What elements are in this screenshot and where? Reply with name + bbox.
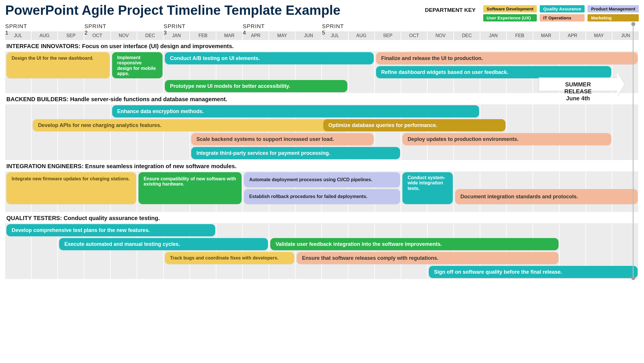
milestone-summer-release: SUMMER RELEASE June 4th: [539, 77, 618, 91]
page-title: PowerPoint Agile Project Timeline Templa…: [5, 3, 340, 18]
sprint-row: SPRINT 1 SPRINT 2 SPRINT 3 SPRINT 4 SPRI…: [5, 23, 639, 31]
bar: Execute automated and manual testing cyc…: [59, 238, 268, 250]
month: MAY: [586, 31, 612, 40]
lane-integration-pad: [5, 205, 639, 212]
month: OCT: [401, 31, 428, 40]
bar: Integrate new firmware updates for charg…: [6, 172, 136, 204]
key-product-mgmt: Product Management: [588, 5, 639, 12]
milestone-line: RELEASE: [544, 88, 612, 95]
bar: Develop APIs for new charging analytics …: [33, 119, 347, 131]
key-ux: User Experience (UX): [483, 14, 537, 21]
department-key: DEPARTMENT KEY Software Development User…: [425, 5, 639, 21]
month: MAR: [216, 31, 243, 40]
timeline: SPRINT 1 SPRINT 2 SPRINT 3 SPRINT 4 SPRI…: [5, 23, 639, 279]
key-qa: Quality Assurance: [540, 5, 585, 12]
month: MAR: [533, 31, 560, 40]
month: NOV: [111, 31, 137, 40]
month: SEP: [375, 31, 401, 40]
month: JUN: [612, 31, 639, 40]
lane-qa-2: Sign off on software quality before the …: [5, 265, 639, 279]
bar: Develop comprehensive test plans for the…: [6, 224, 215, 236]
section-title-qa: QUALITY TESTERS: Conduct quality assuran…: [5, 212, 639, 223]
bar: Document integration standards and proto…: [455, 189, 638, 204]
month: APR: [560, 31, 586, 40]
bar: Implement responsive design for mobile a…: [112, 52, 163, 78]
milestone-line: SUMMER: [544, 81, 612, 88]
bar: Conduct A/B testing on UI elements.: [165, 52, 374, 64]
bar: Refine dashboard widgets based on user f…: [376, 66, 611, 78]
bar: Track bugs and coordinate fixes with dev…: [165, 252, 295, 264]
bar: Enhance data encryption methods.: [112, 105, 479, 117]
section-title-integration: INTEGRATION ENGINEERS: Ensure seamless i…: [5, 160, 639, 171]
key-it-ops: IT Operations: [540, 14, 585, 21]
month: SEP: [58, 31, 84, 40]
month: DEC: [454, 31, 480, 40]
key-label: DEPARTMENT KEY: [425, 7, 476, 13]
month: AUG: [32, 31, 58, 40]
bar: Validate user feedback integration into …: [270, 238, 558, 250]
lane-integration: Integrate new firmware updates for charg…: [5, 171, 639, 205]
bar: Deploy updates to production environment…: [402, 133, 611, 145]
month: JUN: [295, 31, 322, 40]
bar: Prototype new UI models for better acces…: [165, 80, 347, 92]
sprint-4: SPRINT 4: [243, 23, 269, 36]
lane-backend: Enhance data encryption methods. Develop…: [5, 104, 639, 146]
month: FEB: [507, 31, 533, 40]
bar: Sign off on software quality before the …: [429, 266, 638, 278]
section-title-backend: BACKEND BUILDERS: Handle server-side fun…: [5, 93, 639, 104]
lane-qa: Develop comprehensive test plans for the…: [5, 223, 639, 265]
sprint-1: SPRINT 1: [5, 23, 32, 36]
bar: Integrate third-party services for payme…: [191, 147, 400, 159]
milestone-line: June 4th: [544, 95, 612, 102]
lane-backend-2: Integrate third-party services for payme…: [5, 146, 639, 160]
lane-interface: Design the UI for the new dashboard. Imp…: [5, 51, 639, 93]
key-marketing: Marketing: [588, 14, 639, 21]
sprint-2: SPRINT 2: [84, 23, 111, 36]
bar: Establish rollback procedures for failed…: [244, 189, 400, 204]
month: FEB: [190, 31, 216, 40]
month: NOV: [428, 31, 454, 40]
month: JAN: [480, 31, 507, 40]
bar: Ensure that software releases comply wit…: [297, 252, 558, 264]
bar: Automate deployment processes using CI/C…: [244, 172, 400, 187]
month: MAY: [269, 31, 295, 40]
key-software-dev: Software Development: [483, 5, 537, 12]
bar: Ensure compatibility of new software wit…: [138, 172, 242, 204]
section-title-interface: INTERFACE INNOVATORS: Focus on user inte…: [5, 40, 639, 51]
sprint-5: SPRINT 5: [322, 23, 349, 36]
bar: Design the UI for the new dashboard.: [6, 52, 110, 78]
month: AUG: [349, 31, 375, 40]
sprint-3: SPRINT 3: [164, 23, 190, 36]
bar: Finalize and release the UI to productio…: [376, 52, 638, 64]
bar: Conduct system-wide integration tests.: [402, 172, 453, 204]
month: DEC: [137, 31, 164, 40]
bar: Scale backend systems to support increas…: [191, 133, 374, 145]
bar: Optimize database queries for performanc…: [323, 119, 506, 131]
